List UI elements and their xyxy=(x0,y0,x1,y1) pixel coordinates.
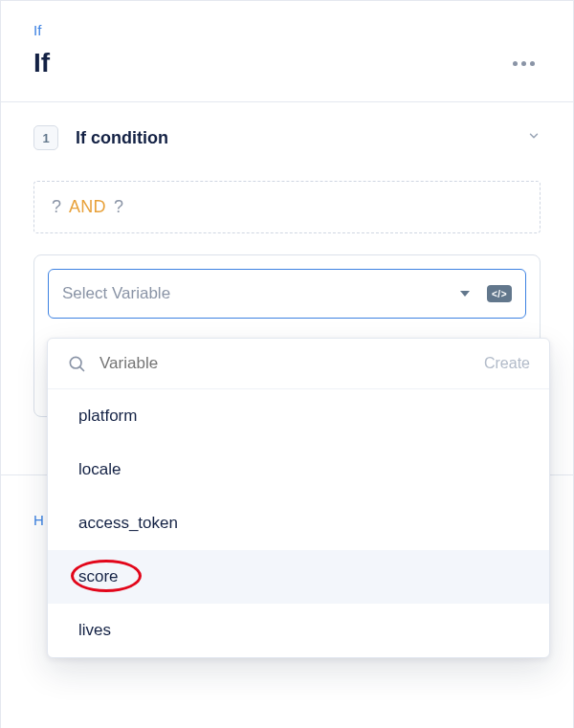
variable-option-list: platformlocaleaccess_tokenscorelives xyxy=(48,389,549,657)
page-title: If xyxy=(33,48,50,78)
expression-left-placeholder: ? xyxy=(52,197,61,217)
svg-line-1 xyxy=(80,367,84,371)
caret-down-icon xyxy=(460,291,470,297)
panel-header: If If xyxy=(1,1,573,102)
variable-option-score[interactable]: score xyxy=(48,550,549,604)
variable-option-locale[interactable]: locale xyxy=(48,443,549,496)
breadcrumb[interactable]: If xyxy=(33,22,541,38)
code-mode-toggle[interactable]: </> xyxy=(487,285,512,302)
more-menu-button[interactable] xyxy=(507,55,541,72)
variable-option-platform[interactable]: platform xyxy=(48,389,549,443)
step-index-badge: 1 xyxy=(33,125,58,150)
if-condition-section: 1 If condition xyxy=(1,102,573,160)
variable-search-input[interactable] xyxy=(99,354,471,373)
section-header[interactable]: 1 If condition xyxy=(33,125,541,150)
side-label: H xyxy=(33,512,44,528)
variable-select[interactable]: Select Variable </> xyxy=(48,269,526,319)
variable-option-access_token[interactable]: access_token xyxy=(48,496,549,550)
dropdown-search-row: Create xyxy=(48,339,549,389)
expression-preview[interactable]: ? AND ? xyxy=(33,181,541,233)
chevron-down-icon xyxy=(527,129,541,146)
expression-operator: AND xyxy=(69,197,106,217)
variable-dropdown: Create platformlocaleaccess_tokenscoreli… xyxy=(47,338,550,658)
annotation-highlight xyxy=(71,560,142,592)
search-icon xyxy=(67,354,86,373)
panel: If If 1 If condition ? AND ? Select Vari… xyxy=(0,0,574,728)
expression-right-placeholder: ? xyxy=(114,197,123,217)
create-variable-button[interactable]: Create xyxy=(484,355,530,372)
variable-option-lives[interactable]: lives xyxy=(48,604,549,657)
svg-point-0 xyxy=(70,357,81,368)
variable-select-placeholder: Select Variable xyxy=(62,284,449,303)
section-title: If condition xyxy=(76,128,168,148)
